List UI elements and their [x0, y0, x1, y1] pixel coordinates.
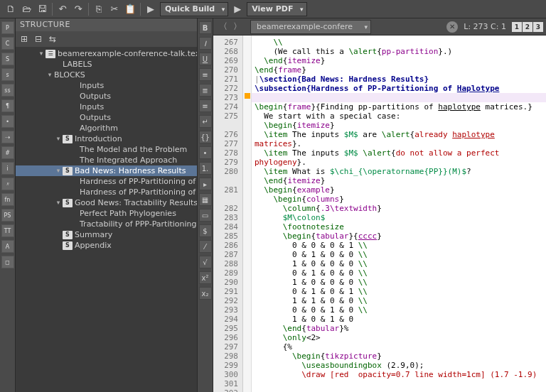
- tree-row[interactable]: Hardness of PP-Partitioning of Genotyp: [16, 187, 197, 197]
- build-combo[interactable]: Quick Build: [160, 2, 228, 16]
- tree-row[interactable]: The Model and the Problem: [16, 144, 197, 155]
- structure-title: STRUCTURE: [16, 18, 197, 31]
- center-icon[interactable]: ≣: [199, 84, 212, 97]
- split-view-buttons: 1 2 3: [512, 22, 543, 32]
- left-icon-bar: P C S s ss ¶ • ⇢ # i 〃 fn PS TT A ◻: [0, 18, 16, 392]
- part-icon[interactable]: P: [1, 21, 14, 34]
- table-icon[interactable]: ▦: [199, 193, 212, 206]
- cut-icon[interactable]: ✂: [107, 1, 122, 17]
- close-tab-icon[interactable]: ✕: [446, 21, 458, 33]
- save-icon[interactable]: 🖫: [34, 1, 50, 17]
- struct-sync-icon[interactable]: ⇆: [46, 33, 60, 45]
- paragraph-icon[interactable]: ¶: [1, 99, 14, 112]
- tree-row[interactable]: SSummary: [16, 229, 197, 240]
- tree-row[interactable]: ▾SGood News: Tractability Results: [16, 197, 197, 208]
- chapter-icon[interactable]: C: [1, 37, 14, 50]
- redo-icon[interactable]: ↷: [70, 1, 86, 17]
- split-1[interactable]: 1: [512, 22, 522, 32]
- itemize-icon[interactable]: •: [199, 146, 212, 159]
- structure-toolbar: ⊞ ⊟ ⇆: [16, 31, 197, 47]
- label-icon[interactable]: •: [1, 115, 14, 128]
- footnote-icon[interactable]: fn: [1, 193, 14, 206]
- right-align-icon[interactable]: ≡: [199, 99, 212, 112]
- bookmark-gutter: [243, 36, 252, 392]
- struct-expand-icon[interactable]: ⊞: [17, 33, 31, 45]
- tree-row[interactable]: Outputs: [16, 112, 197, 123]
- paste-icon[interactable]: 📋: [122, 1, 138, 17]
- bold-icon[interactable]: B: [199, 21, 212, 34]
- tree-row[interactable]: Inputs: [16, 80, 197, 91]
- open-file-combo[interactable]: beamerexample-confere: [250, 20, 371, 34]
- new-file-icon[interactable]: 🗋: [3, 1, 18, 17]
- main-toolbar: 🗋 🗁 🖫 ↶ ↷ ⎘ ✂ 📋 ▶ Quick Build ▶ View PDF: [0, 0, 546, 18]
- code-editor[interactable]: \\ (We call this a \alert{pp-partition}.…: [252, 36, 546, 392]
- subsub-icon[interactable]: ss: [1, 84, 14, 97]
- section-icon[interactable]: S: [1, 53, 14, 65]
- tree-row[interactable]: SAppendix: [16, 240, 197, 251]
- editor-icon-bar: B I U ≡ ≣ ≡ ↵ {} • 1. ▸ ▦ ▭ $ ⁄ √ x² x₂: [198, 18, 213, 392]
- tree-row[interactable]: ▾BLOCKS: [16, 70, 197, 80]
- build-run-icon[interactable]: ▶: [143, 1, 159, 17]
- left-align-icon[interactable]: ≡: [199, 68, 212, 81]
- pageref-icon[interactable]: #: [1, 146, 14, 159]
- tree-row[interactable]: ▾SBad News: Hardness Results: [16, 165, 197, 176]
- newline-icon[interactable]: ↵: [199, 115, 212, 128]
- tree-row[interactable]: Algorithm: [16, 123, 197, 134]
- tree-row[interactable]: Perfect Path Phylogenies: [16, 208, 197, 219]
- editor-body: 267 268 269 270 271 272 273 274 275 276 …: [213, 36, 546, 392]
- math-icon[interactable]: $: [199, 224, 212, 237]
- split-3[interactable]: 3: [533, 22, 543, 32]
- sub-icon[interactable]: x₂: [199, 287, 212, 300]
- cursor-position: L: 273 C: 1: [464, 22, 506, 31]
- open-file-icon[interactable]: 🗁: [18, 1, 34, 17]
- line-number-gutter: 267 268 269 270 271 272 273 274 275 276 …: [213, 36, 243, 392]
- view-run-icon[interactable]: ▶: [230, 1, 245, 17]
- tree-row[interactable]: The Integrated Approach: [16, 155, 197, 165]
- editor-tab-bar: 〈 〉 beamerexample-confere ✕ L: 273 C: 1 …: [213, 18, 546, 36]
- tree-row[interactable]: LABELS: [16, 59, 197, 70]
- nav-back-icon[interactable]: 〈: [216, 20, 230, 34]
- env-icon[interactable]: {}: [199, 131, 212, 143]
- undo-icon[interactable]: ↶: [55, 1, 70, 17]
- subsection-icon[interactable]: s: [1, 68, 14, 81]
- tree-row[interactable]: ▾SIntroduction: [16, 134, 197, 144]
- tree-row[interactable]: Inputs: [16, 102, 197, 112]
- ref-icon[interactable]: ⇢: [1, 131, 14, 143]
- figure-icon[interactable]: ▭: [199, 209, 212, 222]
- tree-row[interactable]: ▾☰beamerexample-conference-talk.tex: [16, 48, 197, 59]
- copy-icon[interactable]: ⎘: [91, 1, 107, 17]
- tt-icon[interactable]: TT: [1, 224, 14, 237]
- structure-tree[interactable]: ▾☰beamerexample-conference-talk.texLABEL…: [16, 47, 197, 392]
- tree-row[interactable]: Hardness of PP-Partitioning of Haploty: [16, 176, 197, 187]
- struct-collapse-icon[interactable]: ⊟: [31, 33, 46, 45]
- cite-icon[interactable]: 〃: [1, 178, 14, 190]
- sup-icon[interactable]: x²: [199, 271, 212, 284]
- underline-icon[interactable]: U: [199, 53, 212, 65]
- a-icon[interactable]: A: [1, 240, 14, 253]
- split-2[interactable]: 2: [523, 22, 532, 32]
- index-icon[interactable]: i: [1, 162, 14, 175]
- item-icon[interactable]: ▸: [199, 178, 212, 190]
- frac-icon[interactable]: ⁄: [199, 240, 212, 253]
- italic-icon[interactable]: I: [199, 37, 212, 50]
- tree-row[interactable]: Outputs: [16, 91, 197, 102]
- enumerate-icon[interactable]: 1.: [199, 162, 212, 175]
- editor-area: 〈 〉 beamerexample-confere ✕ L: 273 C: 1 …: [213, 18, 546, 392]
- nav-fwd-icon[interactable]: 〉: [230, 20, 245, 34]
- ps-icon[interactable]: PS: [1, 209, 14, 222]
- structure-panel: STRUCTURE ⊞ ⊟ ⇆ ▾☰beamerexample-conferen…: [16, 18, 198, 392]
- view-combo[interactable]: View PDF: [247, 2, 306, 16]
- sqrt-icon[interactable]: √: [199, 256, 212, 268]
- tree-row[interactable]: Tractability of PPP-Partitioning of Genc: [16, 219, 197, 229]
- misc-icon[interactable]: ◻: [1, 256, 14, 268]
